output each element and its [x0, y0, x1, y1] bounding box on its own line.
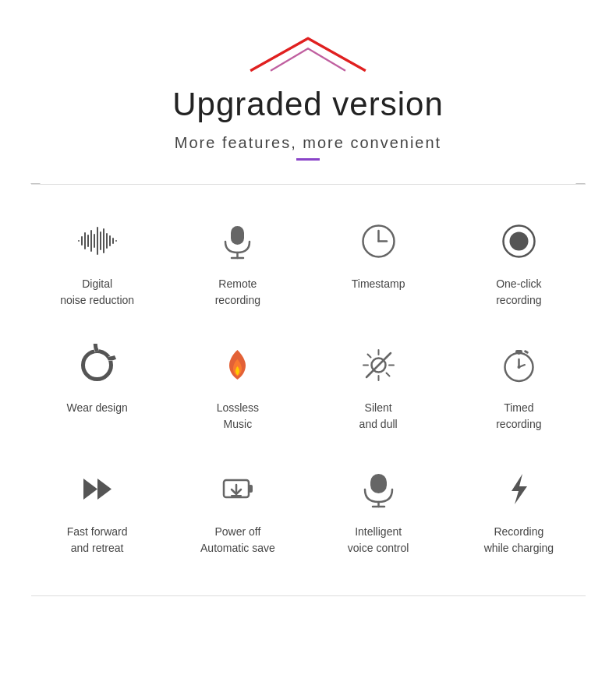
silent-icon: [353, 340, 404, 390]
feature-label: Timestamp: [352, 276, 405, 292]
feature-label: Recordingwhile charging: [484, 524, 554, 556]
feature-one-click-recording: One-clickrecording: [452, 208, 585, 316]
feature-label: One-clickrecording: [496, 276, 541, 309]
feature-fast-forward: Fast forwardand retreat: [31, 456, 164, 564]
timer-icon: [494, 340, 544, 390]
record-button-icon: [494, 216, 544, 267]
feature-digital-noise-reduction: Digitalnoise reduction: [31, 208, 164, 316]
feature-label: Silentand dull: [359, 400, 398, 433]
feature-silent-dull: Silentand dull: [312, 332, 444, 440]
feature-power-off-save: Power offAutomatic save: [172, 456, 304, 564]
svg-rect-45: [370, 474, 387, 493]
feature-label: Fast forwardand retreat: [67, 524, 128, 556]
svg-rect-13: [231, 226, 244, 245]
feature-label: Wear design: [66, 400, 127, 416]
feature-remote-recording: Remoterecording: [172, 208, 304, 316]
feature-label: Power offAutomatic save: [200, 524, 275, 556]
microphone-icon: [212, 216, 263, 267]
svg-point-38: [517, 366, 520, 369]
feature-label: Timedrecording: [496, 400, 541, 433]
bottom-divider: [31, 595, 586, 596]
accent-line: [296, 158, 320, 161]
logo-icon: [238, 31, 378, 78]
battery-save-icon: [212, 464, 263, 514]
feature-lossless-music: LosslessMusic: [172, 332, 304, 440]
svg-line-27: [367, 355, 370, 358]
feature-recording-charging: Recordingwhile charging: [452, 456, 585, 564]
features-grid: Digitalnoise reduction Remoterecording T…: [31, 208, 586, 588]
feature-label: Digitalnoise reduction: [60, 276, 134, 309]
flame-icon: [212, 340, 263, 390]
svg-point-21: [83, 352, 112, 380]
feature-label: LosslessMusic: [217, 400, 259, 433]
voice-mic-icon: [353, 464, 404, 514]
svg-line-28: [386, 373, 389, 376]
svg-marker-40: [97, 479, 112, 500]
feature-label: Remoterecording: [215, 276, 260, 309]
svg-rect-42: [249, 485, 253, 493]
svg-marker-39: [83, 479, 97, 500]
fast-forward-icon: [72, 464, 122, 514]
bracelet-icon: [72, 340, 122, 390]
svg-rect-33: [515, 350, 522, 353]
svg-marker-48: [512, 474, 527, 504]
feature-intelligent-voice: Intelligentvoice control: [312, 456, 444, 564]
page-header: Upgraded version More features, more con…: [0, 0, 616, 184]
subtitle: More features, more convenient: [175, 134, 441, 152]
clock-icon: [353, 216, 404, 267]
top-divider: [31, 184, 586, 185]
feature-timestamp: Timestamp: [312, 208, 444, 316]
waveform-icon: [72, 216, 122, 267]
feature-timed-recording: Timedrecording: [452, 332, 585, 440]
lightning-icon: [494, 464, 544, 514]
svg-point-20: [509, 232, 528, 251]
feature-wear-design: Wear design: [31, 332, 164, 440]
feature-label: Intelligentvoice control: [348, 524, 409, 556]
main-title: Upgraded version: [172, 86, 444, 123]
